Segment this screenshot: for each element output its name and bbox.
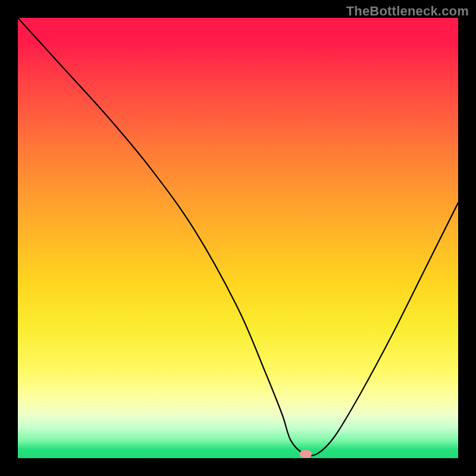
bottleneck-curve (18, 18, 458, 458)
optimal-point-marker (300, 450, 312, 458)
watermark-text: TheBottleneck.com (346, 4, 469, 19)
curve-path (18, 18, 458, 456)
plot-area (18, 18, 458, 458)
chart-frame: TheBottleneck.com (0, 0, 476, 476)
